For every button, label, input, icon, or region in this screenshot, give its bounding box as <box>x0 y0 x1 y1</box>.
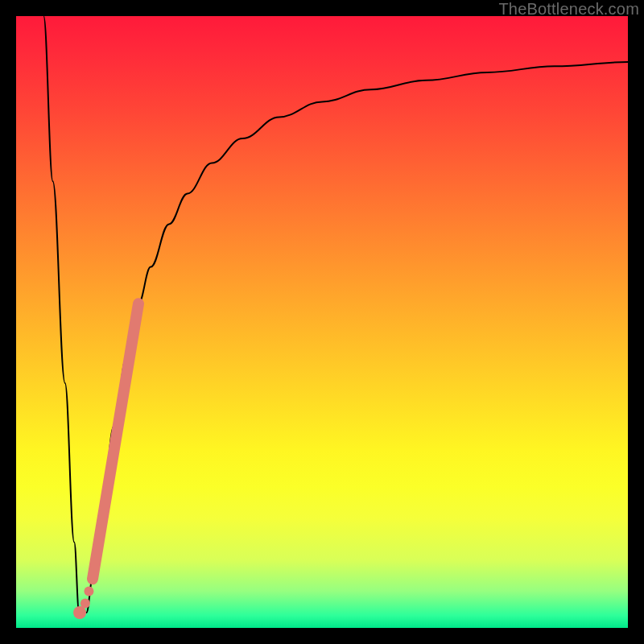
highlight-dot <box>84 586 93 596</box>
chart-container: TheBottleneck.com <box>0 0 644 644</box>
highlight-layer <box>73 303 138 619</box>
watermark-text: TheBottleneck.com <box>498 0 639 19</box>
plot-area <box>16 16 628 628</box>
chart-svg <box>16 16 628 628</box>
highlight-segment <box>93 303 138 579</box>
highlight-dot <box>80 599 90 609</box>
